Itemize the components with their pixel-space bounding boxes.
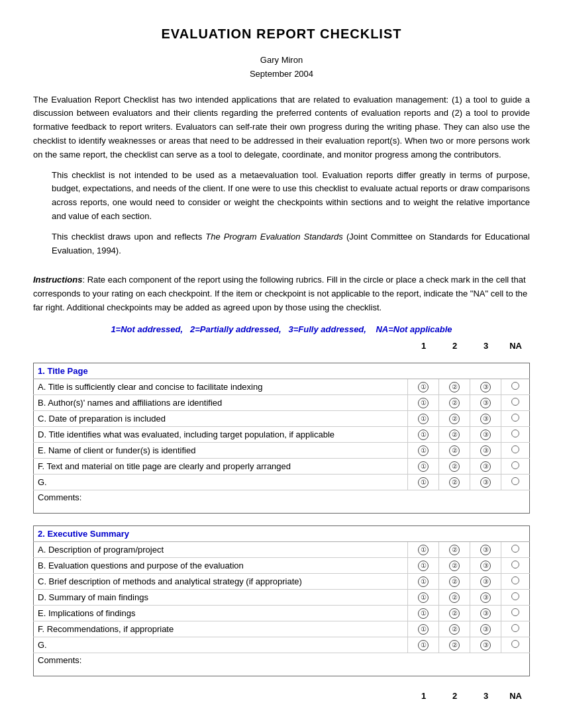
table-row: B. Evaluation questions and purpose of t… — [34, 557, 530, 573]
circle-2[interactable]: ② — [439, 394, 470, 410]
circle-1[interactable]: ① — [408, 474, 439, 490]
circle-3[interactable]: ③ — [470, 573, 501, 589]
circle-1[interactable]: ① — [408, 442, 439, 458]
circle-3[interactable]: ③ — [470, 426, 501, 442]
circle-2[interactable]: ② — [439, 458, 470, 474]
na-cell[interactable] — [501, 410, 530, 426]
circle-1[interactable]: ① — [408, 605, 439, 621]
circle-3[interactable]: ③ — [470, 458, 501, 474]
na-cell[interactable] — [501, 394, 530, 410]
intro-paragraph-2: This checklist is not intended to be use… — [52, 169, 530, 224]
row-label: D. Summary of main findings — [34, 589, 408, 605]
circle-2[interactable]: ② — [439, 474, 470, 490]
bottom-col-header-1: 1 — [408, 688, 439, 704]
circle-1[interactable]: ① — [408, 637, 439, 653]
circle-1[interactable]: ① — [408, 573, 439, 589]
row-label: B. Author(s)' names and affiliations are… — [34, 394, 408, 410]
section-1-title: 1. Title Page — [34, 363, 530, 379]
row-label: C. Brief description of methods and anal… — [34, 573, 408, 589]
author-name: Gary Miron — [33, 54, 530, 68]
circle-2[interactable]: ② — [439, 573, 470, 589]
col-headers-table: 1 2 3 NA — [33, 340, 530, 352]
na-cell[interactable] — [501, 541, 530, 557]
col-header-1: 1 — [408, 340, 439, 352]
na-cell[interactable] — [501, 621, 530, 637]
col-header-2: 2 — [439, 340, 470, 352]
table-row: A. Description of program/project ① ② ③ — [34, 541, 530, 557]
circle-1[interactable]: ① — [408, 458, 439, 474]
na-cell[interactable] — [501, 557, 530, 573]
na-cell[interactable] — [501, 474, 530, 490]
circle-2[interactable]: ② — [439, 605, 470, 621]
na-cell[interactable] — [501, 637, 530, 653]
circle-2[interactable]: ② — [439, 426, 470, 442]
col-header-label — [33, 340, 408, 352]
circle-2[interactable]: ② — [439, 589, 470, 605]
circle-3[interactable]: ③ — [470, 410, 501, 426]
table-row: F. Recommendations, if appropriate ① ② ③ — [34, 621, 530, 637]
bottom-col-header-row: 1 2 3 NA — [33, 688, 530, 704]
na-cell[interactable] — [501, 605, 530, 621]
circle-2[interactable]: ② — [439, 637, 470, 653]
section-2-header: 2. Executive Summary — [34, 525, 530, 541]
rubric-item-1: 1=Not addressed, — [111, 324, 183, 334]
intro-paragraph-1: The Evaluation Report Checklist has two … — [33, 93, 530, 162]
col-header-row: 1 2 3 NA — [33, 340, 530, 352]
circle-2[interactable]: ② — [439, 621, 470, 637]
author-block: Gary Miron September 2004 — [33, 54, 530, 81]
circle-2[interactable]: ② — [439, 557, 470, 573]
na-cell[interactable] — [501, 426, 530, 442]
table-row: G. ① ② ③ — [34, 637, 530, 653]
circle-3[interactable]: ③ — [470, 442, 501, 458]
section-2-table: 2. Executive Summary A. Description of p… — [33, 525, 530, 676]
row-label: G. — [34, 474, 408, 490]
row-label: F. Recommendations, if appropriate — [34, 621, 408, 637]
na-cell[interactable] — [501, 458, 530, 474]
row-label: G. — [34, 637, 408, 653]
table-row: E. Name of client or funder(s) is identi… — [34, 442, 530, 458]
circle-1[interactable]: ① — [408, 394, 439, 410]
circle-2[interactable]: ② — [439, 410, 470, 426]
comments-label: Comments: — [34, 653, 530, 676]
row-label: A. Title is sufficiently clear and conci… — [34, 379, 408, 394]
circle-3[interactable]: ③ — [470, 621, 501, 637]
circle-3[interactable]: ③ — [470, 541, 501, 557]
circle-3[interactable]: ③ — [470, 394, 501, 410]
page-title: EVALUATION REPORT CHECKLIST — [33, 26, 530, 42]
na-cell[interactable] — [501, 379, 530, 394]
na-cell[interactable] — [501, 442, 530, 458]
circle-3[interactable]: ③ — [470, 605, 501, 621]
na-cell[interactable] — [501, 589, 530, 605]
instructions-text: : Rate each component of the report usin… — [33, 275, 527, 312]
circle-3[interactable]: ③ — [470, 379, 501, 394]
circle-1[interactable]: ① — [408, 589, 439, 605]
table-row: E. Implications of findings ① ② ③ — [34, 605, 530, 621]
circle-2[interactable]: ② — [439, 442, 470, 458]
circle-3[interactable]: ③ — [470, 589, 501, 605]
bottom-col-header-2: 2 — [439, 688, 470, 704]
table-row: A. Title is sufficiently clear and conci… — [34, 379, 530, 394]
circle-2[interactable]: ② — [439, 541, 470, 557]
circle-3[interactable]: ③ — [470, 637, 501, 653]
section-2-comments: Comments: — [34, 653, 530, 676]
circle-1[interactable]: ① — [408, 541, 439, 557]
circle-1[interactable]: ① — [408, 426, 439, 442]
circle-3[interactable]: ③ — [470, 557, 501, 573]
bottom-col-header-label — [33, 688, 408, 704]
na-cell[interactable] — [501, 573, 530, 589]
instructions-block: Instructions: Rate each component of the… — [33, 273, 530, 314]
circle-1[interactable]: ① — [408, 557, 439, 573]
comments-label: Comments: — [34, 490, 530, 513]
table-row: C. Date of preparation is included ① ② ③ — [34, 410, 530, 426]
circle-1[interactable]: ① — [408, 410, 439, 426]
circle-2[interactable]: ② — [439, 379, 470, 394]
intro-paragraph-3: This checklist draws upon and reflects T… — [52, 230, 530, 258]
circle-1[interactable]: ① — [408, 621, 439, 637]
circle-1[interactable]: ① — [408, 379, 439, 394]
circle-3[interactable]: ③ — [470, 474, 501, 490]
row-label: D. Title identifies what was evaluated, … — [34, 426, 408, 442]
author-date: September 2004 — [33, 68, 530, 81]
row-label: B. Evaluation questions and purpose of t… — [34, 557, 408, 573]
rubric-item-3: 3=Fully addressed, — [289, 324, 366, 334]
table-row: B. Author(s)' names and affiliations are… — [34, 394, 530, 410]
